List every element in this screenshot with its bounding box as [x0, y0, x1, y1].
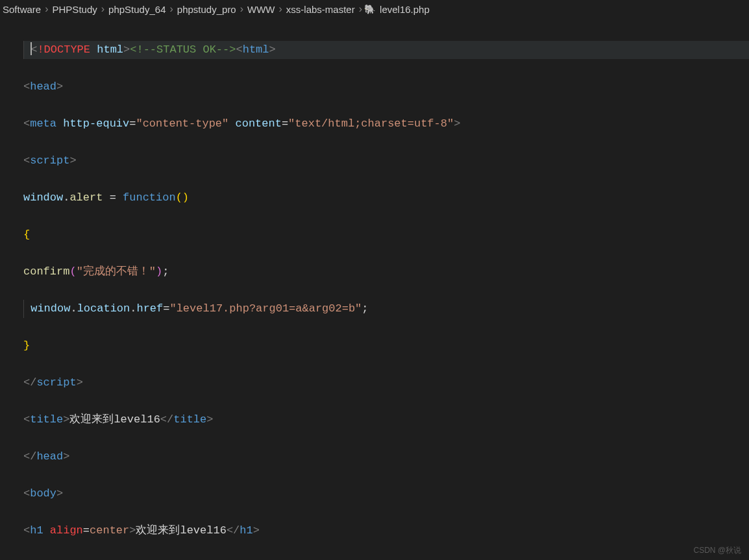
code-line[interactable]: window.location.href="level17.php?arg01=… — [23, 300, 749, 319]
crumb-software[interactable]: Software — [0, 4, 43, 15]
code-line[interactable]: <title>欢迎来到level16</title> — [23, 411, 749, 430]
chevron-right-icon: › — [43, 3, 49, 15]
chevron-right-icon: › — [358, 3, 363, 15]
code-line[interactable]: <h1 align=center>欢迎来到level16</h1> — [23, 522, 749, 541]
code-editor[interactable]: <!DOCTYPE html><!--STATUS OK--><html> <h… — [0, 19, 749, 560]
php-file-icon: 🐘 — [363, 4, 377, 14]
crumb-phpstudypro[interactable]: phpstudy_pro — [175, 4, 239, 15]
code-line[interactable]: </head> — [23, 448, 749, 467]
code-line[interactable]: <head> — [23, 78, 749, 97]
code-line[interactable]: <meta http-equiv="content-type" content=… — [23, 115, 749, 134]
crumb-file[interactable]: level16.php — [377, 4, 432, 15]
chevron-right-icon: › — [100, 3, 106, 15]
code-line[interactable]: confirm("完成的不错！"); — [23, 263, 749, 282]
code-line[interactable]: <!DOCTYPE html><!--STATUS OK--><html> — [23, 41, 749, 60]
crumb-phpstudy[interactable]: PHPStudy — [50, 4, 100, 15]
code-line[interactable]: window.alert = function() — [23, 189, 749, 208]
code-line[interactable]: </script> — [23, 374, 749, 393]
code-line[interactable]: } — [23, 337, 749, 356]
code-line[interactable]: { — [23, 226, 749, 245]
code-line[interactable]: <script> — [23, 152, 749, 171]
chevron-right-icon: › — [239, 3, 245, 15]
breadcrumb: Software › PHPStudy › phpStudy_64 › phps… — [0, 0, 749, 19]
code-line[interactable]: <body> — [23, 485, 749, 504]
crumb-xsslabs[interactable]: xss-labs-master — [284, 4, 358, 15]
chevron-right-icon: › — [168, 3, 174, 15]
chevron-right-icon: › — [278, 3, 284, 15]
watermark: CSDN @秋说 — [693, 545, 741, 556]
crumb-www[interactable]: WWW — [245, 4, 277, 15]
crumb-phpstudy64[interactable]: phpStudy_64 — [106, 4, 168, 15]
